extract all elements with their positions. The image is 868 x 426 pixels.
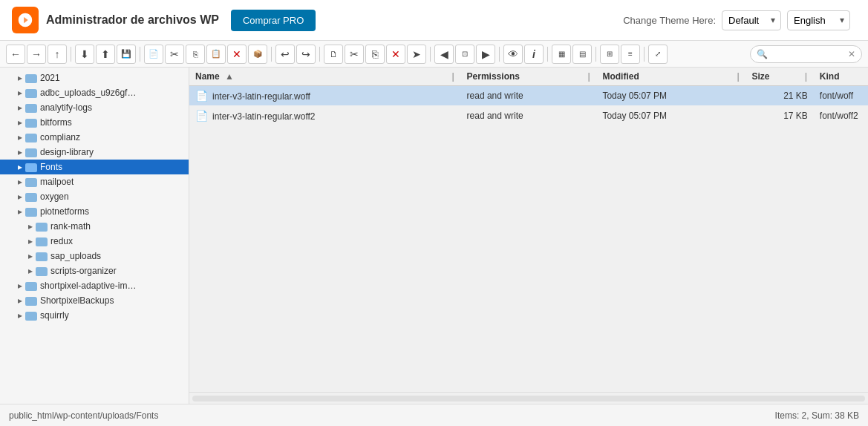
new-doc-btn[interactable]: 🗋 xyxy=(324,45,343,64)
sidebar-label: 2021 xyxy=(40,73,60,83)
icons-btn[interactable]: ⊞ xyxy=(600,45,619,64)
h-scrollbar-track[interactable] xyxy=(192,396,865,402)
list-btn2[interactable]: ≡ xyxy=(621,45,640,64)
download-btn[interactable]: ⬇ xyxy=(75,45,94,64)
sidebar-item-squirrly[interactable]: ▸squirrly xyxy=(0,308,189,323)
resize-handle-modified[interactable]: | xyxy=(737,71,740,82)
back-btn[interactable]: ← xyxy=(6,45,25,64)
sidebar-item-adbc[interactable]: ▸adbc_uploads_u9z6gf… xyxy=(0,85,189,100)
toggle-icon: ▸ xyxy=(15,73,25,83)
sidebar-item-mailpoet[interactable]: ▸mailpoet xyxy=(0,174,189,189)
folder-icon xyxy=(25,193,37,202)
fullscreen-btn[interactable]: ⤢ xyxy=(648,45,668,64)
sidebar-item-bitforms[interactable]: ▸bitforms xyxy=(0,115,189,130)
app-title: Administrador de archivos WP xyxy=(46,13,219,27)
sidebar-label: rank-math xyxy=(50,221,91,232)
col-permissions: Permissions | xyxy=(461,68,597,86)
toggle-icon: ▸ xyxy=(15,206,25,217)
table-row[interactable]: 📄inter-v3-latin-regular.woffread and wri… xyxy=(189,86,868,106)
toggle-icon: ▸ xyxy=(25,221,36,232)
current-path: public_html/wp-content/uploads/Fonts xyxy=(9,410,158,421)
up-btn[interactable]: ↑ xyxy=(48,45,67,64)
sidebar-item-analytify[interactable]: ▸analytify-logs xyxy=(0,100,189,115)
col-modified: Modified | xyxy=(596,68,745,86)
language-select-wrapper[interactable]: English Spanish French xyxy=(787,10,850,30)
cut2-btn[interactable]: ✂ xyxy=(345,45,364,64)
sidebar-item-oxygen[interactable]: ▸oxygen xyxy=(0,189,189,204)
sidebar-item-complianz[interactable]: ▸complianz xyxy=(0,130,189,145)
redo-btn[interactable]: ↪ xyxy=(296,45,316,64)
theme-select[interactable]: Default light dark xyxy=(722,10,781,30)
sidebar-item-Fonts[interactable]: ▸Fonts xyxy=(0,160,189,174)
view-btn[interactable]: 👁 xyxy=(503,45,523,64)
toggle-icon: ▸ xyxy=(15,102,25,113)
sep1 xyxy=(71,47,71,62)
sep2 xyxy=(140,47,140,62)
search-input[interactable] xyxy=(771,49,845,59)
search-clear-btn[interactable]: ✕ xyxy=(848,49,855,59)
upload-btn[interactable]: ⬆ xyxy=(96,45,115,64)
save-btn[interactable]: 💾 xyxy=(117,45,136,64)
cell-name: 📄inter-v3-latin-regular.woff xyxy=(189,86,461,106)
app-logo xyxy=(12,7,39,33)
cut-btn[interactable]: ✂ xyxy=(165,45,184,64)
delete2-btn[interactable]: ✕ xyxy=(386,45,405,64)
sidebar-item-ShortpixelBackups[interactable]: ▸ShortpixelBackups xyxy=(0,293,189,308)
buy-pro-button[interactable]: Comprar PRO xyxy=(231,10,316,31)
file-icon: 📄 xyxy=(195,110,208,122)
prev-btn[interactable]: ◀ xyxy=(434,45,454,64)
paste-btn[interactable]: 📋 xyxy=(206,45,226,64)
sidebar-label: sap_uploads xyxy=(50,251,101,261)
folder-icon xyxy=(25,148,37,157)
grid-view-btn[interactable]: ▦ xyxy=(552,45,571,64)
resize-handle-size[interactable]: | xyxy=(805,71,808,82)
folder-icon xyxy=(25,297,37,306)
cell-modified: Today 05:07 PM xyxy=(596,106,745,126)
theme-select-wrapper[interactable]: Default light dark xyxy=(722,10,781,30)
file-icon: 📄 xyxy=(195,90,208,102)
undo-btn[interactable]: ↩ xyxy=(275,45,295,64)
sep5 xyxy=(430,47,431,62)
sidebar-item-sap_uploads[interactable]: ▸sap_uploads xyxy=(0,249,189,263)
resize-handle-name[interactable]: | xyxy=(452,71,455,82)
delete-btn[interactable]: ✕ xyxy=(227,45,247,64)
toolbar: ← → ↑ ⬇ ⬆ 💾 📄 ✂ ⎘ 📋 ✕ 📦 ↩ ↪ 🗋 ✂ ⎘ ✕ ➤ ◀ … xyxy=(0,41,868,68)
copy2-btn[interactable]: ⎘ xyxy=(365,45,385,64)
sidebar-item-piotnetforms[interactable]: ▸piotnetforms xyxy=(0,204,189,219)
new-file-btn[interactable]: 📄 xyxy=(144,45,163,64)
folder-icon xyxy=(25,74,37,83)
send-btn[interactable]: ➤ xyxy=(407,45,426,64)
cell-permissions: read and write xyxy=(461,106,597,126)
archive-btn[interactable]: 📦 xyxy=(248,45,267,64)
sidebar-label: redux xyxy=(50,236,73,246)
sep6 xyxy=(499,47,500,62)
resize-handle-perms[interactable]: | xyxy=(587,71,590,82)
toggle-icon: ▸ xyxy=(15,177,25,187)
list-view-btn[interactable]: ▤ xyxy=(572,45,592,64)
copy-btn[interactable]: ⎘ xyxy=(186,45,205,64)
sidebar-item-rank-math[interactable]: ▸rank-math xyxy=(0,219,189,234)
resize-btn[interactable]: ⊡ xyxy=(455,45,474,64)
forward-btn[interactable]: → xyxy=(27,45,46,64)
folder-icon xyxy=(36,267,48,276)
sidebar-item-shortpixel-adaptive[interactable]: ▸shortpixel-adaptive-im… xyxy=(0,278,189,293)
sidebar-item-2021[interactable]: ▸2021 xyxy=(0,71,189,85)
toggle-icon: ▸ xyxy=(15,295,25,306)
info-btn[interactable]: i xyxy=(524,45,544,64)
folder-icon xyxy=(25,134,37,142)
next-btn[interactable]: ▶ xyxy=(476,45,495,64)
cell-permissions: read and write xyxy=(461,86,597,106)
search-box: 🔍 ✕ xyxy=(750,45,862,63)
sep9 xyxy=(644,47,645,62)
language-select[interactable]: English Spanish French xyxy=(787,10,850,30)
folder-icon xyxy=(25,312,37,321)
sidebar-item-redux[interactable]: ▸redux xyxy=(0,234,189,249)
h-scrollbar[interactable] xyxy=(189,392,868,404)
table-row[interactable]: 📄inter-v3-latin-regular.woff2read and wr… xyxy=(189,106,868,126)
sidebar-label: scripts-organizer xyxy=(50,266,117,276)
sidebar-item-scripts-organizer[interactable]: ▸scripts-organizer xyxy=(0,263,189,278)
items-info: Items: 2, Sum: 38 KB xyxy=(775,410,859,421)
toggle-icon: ▸ xyxy=(15,117,25,128)
sidebar-item-design-library[interactable]: ▸design-library xyxy=(0,145,189,160)
main-content: ▸2021▸adbc_uploads_u9z6gf…▸analytify-log… xyxy=(0,68,868,404)
